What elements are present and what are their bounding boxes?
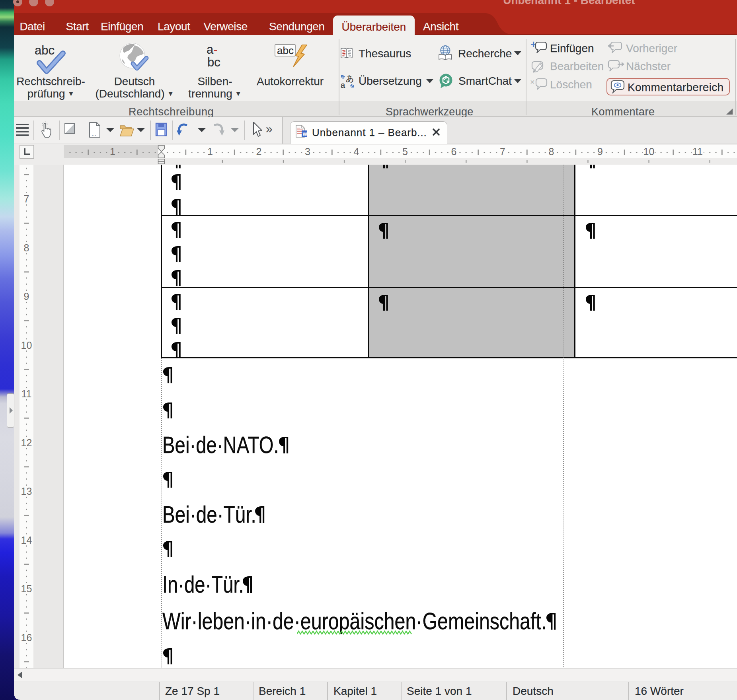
svg-text:8: 8 bbox=[549, 146, 554, 157]
svg-text:1: 1 bbox=[110, 146, 115, 157]
svg-text:6: 6 bbox=[451, 146, 457, 157]
svg-text:11: 11 bbox=[692, 146, 703, 157]
svg-text:10: 10 bbox=[643, 146, 655, 157]
svg-text:7: 7 bbox=[500, 146, 505, 157]
svg-text:×: × bbox=[530, 78, 535, 86]
svg-text:W: W bbox=[303, 132, 308, 137]
svg-text:...: ... bbox=[92, 131, 96, 137]
svg-text:2: 2 bbox=[256, 146, 262, 157]
svg-text:9: 9 bbox=[597, 146, 603, 157]
svg-text:5: 5 bbox=[402, 146, 408, 157]
svg-text:1: 1 bbox=[207, 146, 213, 157]
svg-text:3: 3 bbox=[305, 146, 310, 157]
svg-text:4: 4 bbox=[354, 146, 359, 157]
